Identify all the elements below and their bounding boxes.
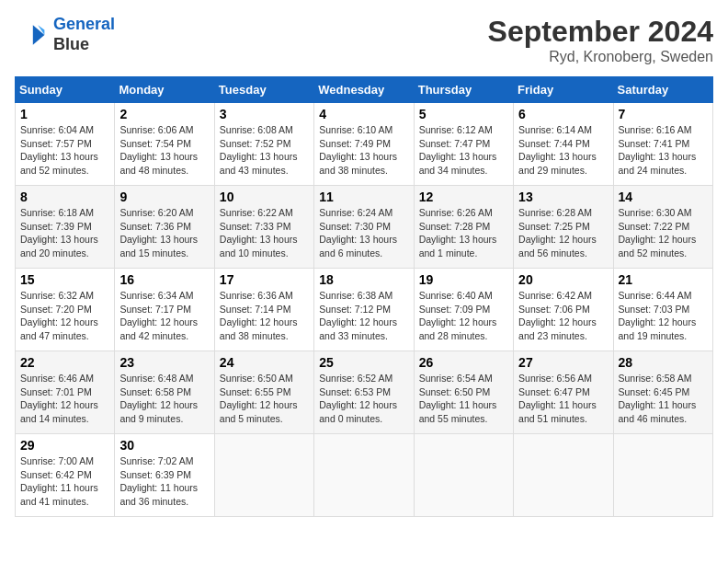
- day-number: 22: [20, 355, 109, 370]
- day-cell: 3 Sunrise: 6:08 AMSunset: 7:52 PMDayligh…: [214, 103, 313, 186]
- day-number: 16: [119, 272, 209, 287]
- logo-line1: General: [53, 15, 115, 35]
- day-number: 11: [319, 190, 408, 204]
- day-number: 4: [319, 107, 408, 121]
- day-number: 5: [419, 107, 508, 121]
- day-cell: 15 Sunrise: 6:32 AMSunset: 7:20 PMDaylig…: [16, 269, 115, 351]
- day-cell: 6 Sunrise: 6:14 AMSunset: 7:44 PMDayligh…: [514, 103, 613, 186]
- col-header-wednesday: Wednesday: [314, 77, 414, 103]
- col-header-tuesday: Tuesday: [214, 77, 313, 103]
- day-detail: Sunrise: 7:02 AMSunset: 6:39 PMDaylight:…: [119, 455, 198, 507]
- day-detail: Sunrise: 6:08 AMSunset: 7:52 PMDaylight:…: [220, 124, 298, 176]
- day-detail: Sunrise: 6:16 AMSunset: 7:41 PMDaylight:…: [619, 124, 697, 176]
- day-cell: 11 Sunrise: 6:24 AMSunset: 7:30 PMDaylig…: [314, 186, 414, 269]
- day-detail: Sunrise: 6:56 AMSunset: 6:47 PMDaylight:…: [518, 373, 597, 424]
- day-cell: 19 Sunrise: 6:40 AMSunset: 7:09 PMDaylig…: [414, 269, 513, 351]
- day-detail: Sunrise: 6:04 AMSunset: 7:57 PMDaylight:…: [20, 124, 98, 176]
- day-number: 14: [619, 190, 708, 204]
- day-cell: 13 Sunrise: 6:28 AMSunset: 7:25 PMDaylig…: [514, 186, 613, 269]
- col-header-saturday: Saturday: [613, 77, 712, 103]
- day-cell: 16 Sunrise: 6:34 AMSunset: 7:17 PMDaylig…: [115, 269, 214, 351]
- day-number: 9: [119, 190, 209, 204]
- location-subtitle: Ryd, Kronoberg, Sweden: [488, 49, 713, 65]
- week-row-2: 8 Sunrise: 6:18 AMSunset: 7:39 PMDayligh…: [16, 186, 713, 269]
- day-cell: 7 Sunrise: 6:16 AMSunset: 7:41 PMDayligh…: [613, 103, 712, 186]
- day-number: 19: [419, 272, 508, 287]
- month-title: September 2024: [488, 15, 713, 49]
- logo-line2: Blue: [53, 35, 115, 55]
- day-detail: Sunrise: 6:28 AMSunset: 7:25 PMDaylight:…: [518, 207, 597, 259]
- calendar-table: SundayMondayTuesdayWednesdayThursdayFrid…: [15, 76, 713, 517]
- day-number: 1: [20, 107, 109, 121]
- day-number: 3: [220, 107, 309, 121]
- day-detail: Sunrise: 6:54 AMSunset: 6:50 PMDaylight:…: [419, 373, 497, 424]
- day-detail: Sunrise: 6:38 AMSunset: 7:12 PMDaylight:…: [319, 290, 397, 341]
- week-row-3: 15 Sunrise: 6:32 AMSunset: 7:20 PMDaylig…: [16, 269, 713, 351]
- day-detail: Sunrise: 6:26 AMSunset: 7:28 PMDaylight:…: [419, 207, 497, 259]
- day-number: 29: [20, 438, 109, 453]
- title-block: September 2024 Ryd, Kronoberg, Sweden: [488, 15, 713, 65]
- logo: General Blue: [15, 15, 115, 54]
- col-header-sunday: Sunday: [16, 77, 115, 103]
- day-number: 25: [319, 355, 408, 370]
- day-number: 26: [419, 355, 508, 370]
- day-cell: 8 Sunrise: 6:18 AMSunset: 7:39 PMDayligh…: [16, 186, 115, 269]
- header-row: SundayMondayTuesdayWednesdayThursdayFrid…: [16, 77, 713, 103]
- day-cell: 22 Sunrise: 6:46 AMSunset: 7:01 PMDaylig…: [16, 351, 115, 434]
- day-number: 8: [20, 190, 109, 204]
- day-detail: Sunrise: 6:20 AMSunset: 7:36 PMDaylight:…: [119, 207, 198, 259]
- day-detail: Sunrise: 6:58 AMSunset: 6:45 PMDaylight:…: [619, 373, 697, 424]
- logo-icon: [15, 18, 48, 52]
- day-cell: 20 Sunrise: 6:42 AMSunset: 7:06 PMDaylig…: [514, 269, 613, 351]
- day-detail: Sunrise: 6:32 AMSunset: 7:20 PMDaylight:…: [20, 290, 98, 341]
- col-header-monday: Monday: [115, 77, 214, 103]
- day-number: 23: [119, 355, 209, 370]
- col-header-thursday: Thursday: [414, 77, 513, 103]
- day-detail: Sunrise: 6:22 AMSunset: 7:33 PMDaylight:…: [220, 207, 298, 259]
- day-cell: 17 Sunrise: 6:36 AMSunset: 7:14 PMDaylig…: [214, 269, 313, 351]
- day-detail: Sunrise: 6:52 AMSunset: 6:53 PMDaylight:…: [319, 373, 397, 424]
- day-number: 12: [419, 190, 508, 204]
- day-number: 24: [220, 355, 309, 370]
- day-cell: [414, 434, 513, 517]
- day-detail: Sunrise: 6:48 AMSunset: 6:58 PMDaylight:…: [119, 373, 198, 424]
- day-number: 17: [220, 272, 309, 287]
- day-detail: Sunrise: 6:24 AMSunset: 7:30 PMDaylight:…: [319, 207, 397, 259]
- week-row-5: 29 Sunrise: 7:00 AMSunset: 6:42 PMDaylig…: [16, 434, 713, 517]
- day-cell: 29 Sunrise: 7:00 AMSunset: 6:42 PMDaylig…: [16, 434, 115, 517]
- day-cell: 28 Sunrise: 6:58 AMSunset: 6:45 PMDaylig…: [613, 351, 712, 434]
- day-cell: 25 Sunrise: 6:52 AMSunset: 6:53 PMDaylig…: [314, 351, 414, 434]
- day-cell: 26 Sunrise: 6:54 AMSunset: 6:50 PMDaylig…: [414, 351, 513, 434]
- day-cell: 18 Sunrise: 6:38 AMSunset: 7:12 PMDaylig…: [314, 269, 414, 351]
- day-number: 7: [619, 107, 708, 121]
- day-cell: 14 Sunrise: 6:30 AMSunset: 7:22 PMDaylig…: [613, 186, 712, 269]
- day-detail: Sunrise: 6:30 AMSunset: 7:22 PMDaylight:…: [619, 207, 697, 259]
- day-cell: 2 Sunrise: 6:06 AMSunset: 7:54 PMDayligh…: [115, 103, 214, 186]
- day-cell: 5 Sunrise: 6:12 AMSunset: 7:47 PMDayligh…: [414, 103, 513, 186]
- day-number: 30: [119, 438, 209, 453]
- day-cell: 4 Sunrise: 6:10 AMSunset: 7:49 PMDayligh…: [314, 103, 414, 186]
- day-number: 28: [619, 355, 708, 370]
- day-number: 2: [119, 107, 209, 121]
- day-cell: 21 Sunrise: 6:44 AMSunset: 7:03 PMDaylig…: [613, 269, 712, 351]
- day-cell: 30 Sunrise: 7:02 AMSunset: 6:39 PMDaylig…: [115, 434, 214, 517]
- day-number: 13: [518, 190, 608, 204]
- day-number: 15: [20, 272, 109, 287]
- day-cell: 12 Sunrise: 6:26 AMSunset: 7:28 PMDaylig…: [414, 186, 513, 269]
- day-detail: Sunrise: 6:44 AMSunset: 7:03 PMDaylight:…: [619, 290, 697, 341]
- day-cell: 1 Sunrise: 6:04 AMSunset: 7:57 PMDayligh…: [16, 103, 115, 186]
- day-cell: 10 Sunrise: 6:22 AMSunset: 7:33 PMDaylig…: [214, 186, 313, 269]
- day-cell: [514, 434, 613, 517]
- day-number: 18: [319, 272, 408, 287]
- page-header: General Blue September 2024 Ryd, Kronobe…: [15, 15, 713, 65]
- day-number: 27: [518, 355, 608, 370]
- day-detail: Sunrise: 6:12 AMSunset: 7:47 PMDaylight:…: [419, 124, 497, 176]
- day-cell: [314, 434, 414, 517]
- day-detail: Sunrise: 6:42 AMSunset: 7:06 PMDaylight:…: [518, 290, 597, 341]
- day-detail: Sunrise: 6:14 AMSunset: 7:44 PMDaylight:…: [518, 124, 597, 176]
- day-cell: [613, 434, 712, 517]
- day-detail: Sunrise: 6:40 AMSunset: 7:09 PMDaylight:…: [419, 290, 497, 341]
- day-number: 21: [619, 272, 708, 287]
- day-detail: Sunrise: 6:06 AMSunset: 7:54 PMDaylight:…: [119, 124, 198, 176]
- day-detail: Sunrise: 6:46 AMSunset: 7:01 PMDaylight:…: [20, 373, 98, 424]
